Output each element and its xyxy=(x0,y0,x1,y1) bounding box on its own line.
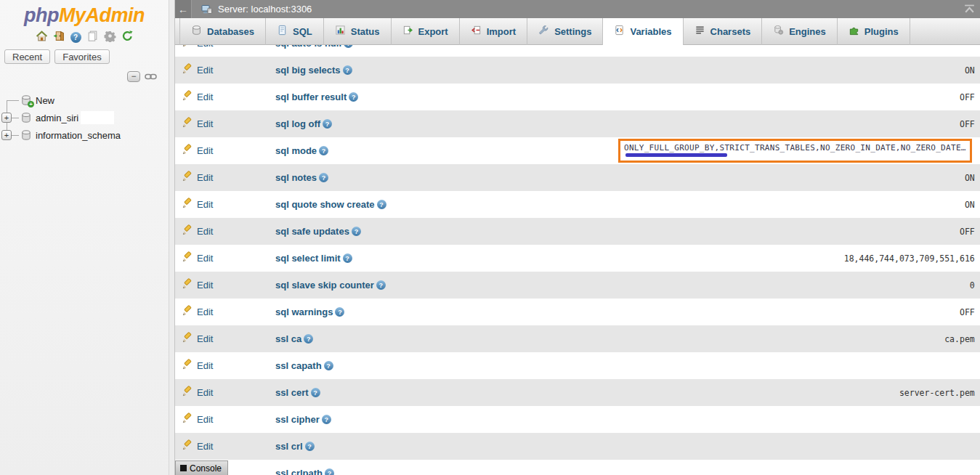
edit-link[interactable]: Edit xyxy=(182,413,213,426)
sidebar-resize-gutter[interactable] xyxy=(169,0,175,475)
tab-settings[interactable]: Settings xyxy=(527,18,603,45)
variable-help-icon[interactable]: ? xyxy=(343,253,352,263)
variable-help-icon[interactable]: ? xyxy=(319,173,328,182)
tab-status[interactable]: Status xyxy=(324,18,392,45)
tree-item-label: New xyxy=(36,95,54,106)
variable-help-icon[interactable]: ? xyxy=(323,119,332,129)
table-row: Edit ssl crlpath ? xyxy=(175,460,980,475)
action-cell: Edit xyxy=(175,45,275,50)
variable-name: ssl crl xyxy=(275,441,303,452)
tab-plugins[interactable]: Plugins xyxy=(838,18,910,45)
edit-link[interactable]: Edit xyxy=(182,117,213,131)
variable-help-icon[interactable]: ? xyxy=(376,280,386,290)
action-cell: Edit xyxy=(175,224,275,238)
variable-help-icon[interactable]: ? xyxy=(377,200,386,209)
tab-import[interactable]: Import xyxy=(460,18,527,45)
variable-name: ssl capath xyxy=(275,360,322,371)
tab-export[interactable]: Export xyxy=(392,18,460,45)
help-icon[interactable]: ? xyxy=(70,32,81,43)
edit-link[interactable]: Edit xyxy=(182,45,213,50)
tab-engines[interactable]: Engines xyxy=(762,18,838,45)
pencil-icon xyxy=(182,251,193,265)
settings-gear-icon[interactable] xyxy=(104,30,116,45)
pencil-icon xyxy=(182,413,193,426)
edit-link[interactable]: Edit xyxy=(182,386,213,399)
server-breadcrumb: Server: localhost:3306 xyxy=(218,4,312,15)
home-icon[interactable] xyxy=(36,30,48,45)
variable-name-cell: ssl cert ? xyxy=(275,387,617,398)
link-icon[interactable] xyxy=(145,70,157,84)
edit-label: Edit xyxy=(197,145,213,156)
tree-item-information-schema[interactable]: + information_schema xyxy=(0,126,169,144)
pencil-icon xyxy=(182,144,193,158)
tree-item-new[interactable]: + New xyxy=(0,92,169,109)
console-label: Console xyxy=(190,463,222,474)
edit-link[interactable]: Edit xyxy=(182,90,213,104)
refresh-icon[interactable] xyxy=(121,30,134,45)
sidebar-nav-icons: ? xyxy=(0,30,169,44)
favorites-button[interactable]: Favorites xyxy=(54,49,109,64)
variable-help-icon[interactable]: ? xyxy=(325,468,334,475)
variable-value: ON xyxy=(965,65,975,76)
expand-icon[interactable]: + xyxy=(1,113,12,123)
tab-variables[interactable]: Variables xyxy=(603,18,683,45)
table-row: Edit sql safe updates ? OFF xyxy=(175,218,980,245)
edit-link[interactable]: Edit xyxy=(182,144,213,158)
pencil-icon xyxy=(182,90,193,104)
edit-link[interactable]: Edit xyxy=(182,198,213,211)
edit-link[interactable]: Edit xyxy=(182,359,213,373)
variable-value-cell: OFF xyxy=(617,92,980,102)
phpmyadmin-logo[interactable]: phpMyAdmin xyxy=(0,0,169,27)
edit-link[interactable]: Edit xyxy=(182,224,213,238)
scroll-top-icon[interactable] xyxy=(963,4,976,17)
edit-label: Edit xyxy=(197,92,213,102)
databases-icon xyxy=(191,25,202,38)
collapse-all-button[interactable]: − xyxy=(127,71,140,82)
tab-label: Plugins xyxy=(864,26,899,37)
edit-link[interactable]: Edit xyxy=(182,332,213,346)
back-arrow-button[interactable]: ← xyxy=(175,0,192,18)
tab-sql[interactable]: SQL xyxy=(266,18,324,45)
variable-help-icon[interactable]: ? xyxy=(319,146,328,155)
docs-icon[interactable] xyxy=(86,30,99,45)
tab-label: Export xyxy=(418,26,448,37)
variable-value-cell: ONLY_FULL_GROUP_BY,STRICT_TRANS_TABLES,N… xyxy=(617,137,980,164)
tree-item-label: admin_siri xyxy=(36,113,78,123)
variable-help-icon[interactable]: ? xyxy=(311,388,320,397)
edit-link[interactable]: Edit xyxy=(182,63,213,77)
edit-link[interactable]: Edit xyxy=(182,439,213,453)
variable-help-icon[interactable]: ? xyxy=(304,334,313,344)
variable-name-cell: sql safe updates ? xyxy=(275,226,617,237)
table-row: Edit ssl cipher ? xyxy=(175,406,980,433)
pencil-icon xyxy=(182,224,193,238)
logout-icon[interactable] xyxy=(53,30,65,45)
tree-controls: − xyxy=(0,70,169,83)
edit-link[interactable]: Edit xyxy=(182,278,213,292)
tab-charsets[interactable]: Charsets xyxy=(684,18,763,45)
variable-value-cell: OFF xyxy=(617,119,980,129)
table-row: Edit sql quote show create ? ON xyxy=(175,191,980,218)
tab-databases[interactable]: Databases xyxy=(179,18,266,45)
charsets-icon xyxy=(694,25,705,38)
action-cell: Edit xyxy=(175,439,275,453)
tree-item-admin-siri[interactable]: + admin_siri xyxy=(0,109,169,126)
variable-help-icon[interactable]: ? xyxy=(322,415,331,424)
variable-help-icon[interactable]: ? xyxy=(324,361,333,370)
variable-help-icon[interactable]: ? xyxy=(349,92,358,102)
variable-help-icon[interactable]: ? xyxy=(305,442,315,451)
variable-name: ssl cert xyxy=(275,387,309,398)
variable-help-icon[interactable]: ? xyxy=(344,45,353,48)
action-cell: Edit xyxy=(175,251,275,265)
variable-help-icon[interactable]: ? xyxy=(343,65,352,75)
variable-help-icon[interactable]: ? xyxy=(352,227,361,236)
edit-link[interactable]: Edit xyxy=(182,305,213,319)
edit-link[interactable]: Edit xyxy=(182,251,213,265)
variable-name: sql select limit xyxy=(275,253,341,264)
variable-value: server-cert.pem xyxy=(899,388,975,398)
expand-icon[interactable]: + xyxy=(1,130,12,140)
variable-help-icon[interactable]: ? xyxy=(335,307,344,317)
edit-link[interactable]: Edit xyxy=(182,171,213,184)
pencil-icon xyxy=(182,305,193,319)
console-button[interactable]: Console xyxy=(175,460,228,475)
recent-button[interactable]: Recent xyxy=(4,49,50,64)
